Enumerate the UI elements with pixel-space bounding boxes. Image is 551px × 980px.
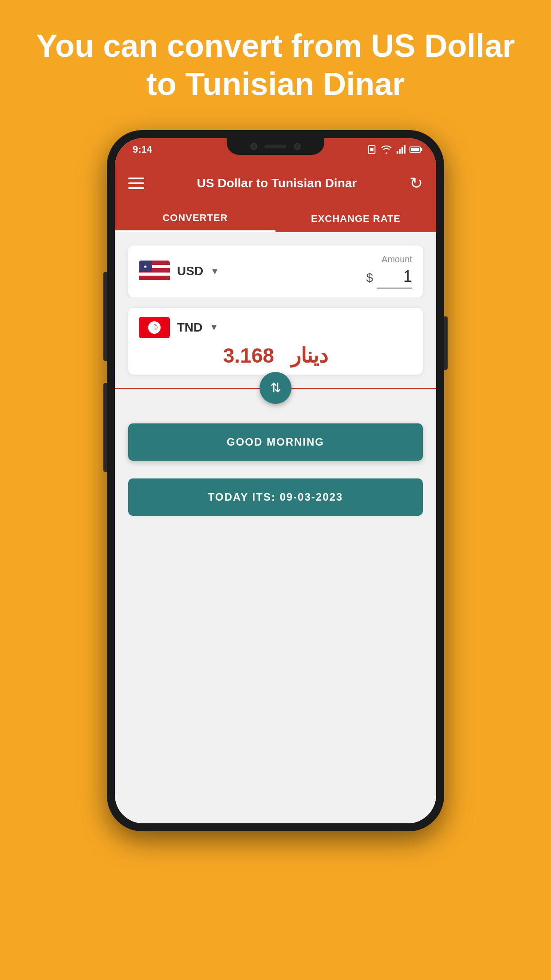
app-title: US Dollar to Tunisian Dinar: [144, 176, 409, 190]
svg-rect-7: [421, 148, 422, 151]
front-camera: [250, 143, 257, 150]
svg-rect-1: [370, 148, 373, 151]
menu-line-3: [128, 187, 144, 189]
svg-rect-5: [404, 145, 405, 154]
flag-us-star: ★: [143, 264, 147, 269]
from-currency-row: ★ USD ▼ Amount $ 1: [128, 245, 423, 297]
amount-label: Amount: [366, 254, 412, 265]
swap-arrows-icon: ⇅: [270, 380, 281, 395]
phone-screen: 9:14: [115, 138, 436, 823]
app-bar: US Dollar to Tunisian Dinar ↻: [115, 161, 436, 205]
from-currency-left: ★ USD ▼: [139, 261, 219, 282]
to-currency-dropdown[interactable]: ▼: [210, 322, 219, 332]
menu-button[interactable]: [128, 178, 144, 189]
menu-line-2: [128, 182, 144, 184]
content-area: ★ USD ▼ Amount $ 1: [115, 232, 436, 823]
phone-notch: [227, 138, 324, 155]
tnd-flag: ☽: [139, 317, 170, 338]
sim-icon: [367, 145, 377, 154]
swap-section: ⇅: [128, 375, 423, 401]
to-currency-left: ☽ TND ▼: [139, 317, 412, 338]
battery-icon: [409, 145, 423, 154]
face-sensor: [264, 145, 287, 148]
wifi-icon: [380, 145, 393, 154]
amount-section: Amount $ 1: [366, 254, 412, 288]
currency-symbol-usd: $: [366, 271, 373, 285]
to-currency-code: TND: [177, 320, 203, 335]
svg-rect-3: [399, 149, 401, 154]
to-currency-row: ☽ TND ▼ دينار 3.168: [128, 308, 423, 375]
conversion-result: دينار 3.168: [139, 344, 412, 368]
hero-text: You can convert from US Dollar to Tunisi…: [0, 0, 551, 126]
svg-rect-2: [397, 151, 398, 154]
swap-button[interactable]: ⇅: [260, 372, 291, 404]
from-currency-top: ★ USD ▼ Amount $ 1: [139, 254, 412, 288]
flag-us-stripes: ★: [139, 261, 170, 282]
phone-device: 9:14: [107, 130, 444, 831]
good-morning-button[interactable]: GOOD MORNING: [128, 423, 423, 461]
from-currency-code: USD: [177, 264, 203, 278]
currency-divider: [128, 297, 423, 308]
front-camera-2: [294, 143, 301, 150]
flag-tn-crescent: ☽: [148, 321, 161, 334]
refresh-button[interactable]: ↻: [409, 174, 423, 193]
flag-us-canton: ★: [139, 261, 152, 272]
action-buttons: GOOD MORNING TODAY ITS: 09-03-2023: [128, 423, 423, 516]
amount-value[interactable]: 1: [377, 267, 412, 288]
usd-flag: ★: [139, 261, 170, 282]
today-button[interactable]: TODAY ITS: 09-03-2023: [128, 478, 423, 516]
tab-exchange-rate[interactable]: EXCHANGE RATE: [276, 205, 436, 232]
status-time: 9:14: [128, 144, 152, 155]
from-currency-dropdown[interactable]: ▼: [210, 266, 219, 277]
signal-icon: [396, 145, 406, 154]
svg-rect-8: [411, 148, 419, 151]
menu-line-1: [128, 178, 144, 179]
tab-bar: CONVERTER EXCHANGE RATE: [115, 205, 436, 232]
status-icons: [367, 145, 423, 154]
svg-rect-4: [401, 147, 403, 154]
amount-input-row: $ 1: [366, 267, 412, 288]
tab-converter[interactable]: CONVERTER: [115, 205, 276, 232]
